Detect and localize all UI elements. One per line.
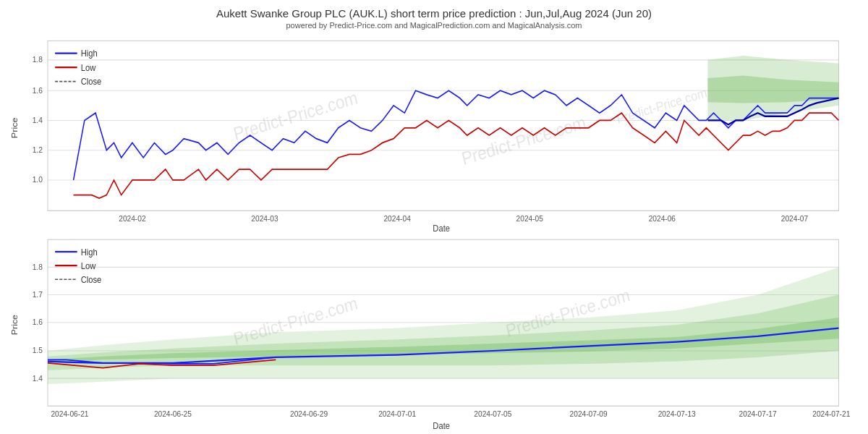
svg-text:2024-06: 2024-06 [649, 214, 676, 224]
legend2-low: Low [81, 260, 96, 271]
charts-area: 1.0 1.2 1.4 1.6 1.8 2024-02 2024-03 2024… [7, 33, 861, 430]
svg-text:Price: Price [10, 117, 20, 138]
svg-text:1.7: 1.7 [33, 289, 43, 299]
svg-text:1.6: 1.6 [33, 318, 43, 327]
bottom-chart-svg: 1.4 1.5 1.6 1.7 1.8 2024-06-21 2024-06-2… [7, 231, 861, 430]
svg-text:2024-07-05: 2024-07-05 [474, 409, 511, 418]
svg-text:2024-04: 2024-04 [383, 214, 410, 224]
subtitle: powered by Predict-Price.com and Magical… [7, 21, 861, 30]
svg-text:1.0: 1.0 [33, 175, 43, 184]
svg-text:Date: Date [433, 420, 450, 430]
legend2-close: Close [81, 274, 102, 284]
svg-text:Price: Price [10, 315, 19, 336]
bottom-chart: 1.4 1.5 1.6 1.7 1.8 2024-06-21 2024-06-2… [7, 231, 861, 430]
svg-text:2024-06-21: 2024-06-21 [51, 409, 88, 418]
legend-low: Low [81, 62, 96, 73]
svg-text:1.5: 1.5 [33, 346, 43, 355]
svg-text:1.4: 1.4 [33, 115, 43, 124]
legend-close: Close [81, 77, 102, 88]
svg-text:2024-07: 2024-07 [781, 214, 808, 224]
top-chart-svg: 1.0 1.2 1.4 1.6 1.8 2024-02 2024-03 2024… [7, 33, 861, 231]
svg-text:2024-07-01: 2024-07-01 [378, 409, 416, 418]
top-chart: 1.0 1.2 1.4 1.6 1.8 2024-02 2024-03 2024… [7, 33, 861, 231]
svg-text:2024-02: 2024-02 [119, 214, 145, 224]
svg-text:2024-05: 2024-05 [516, 214, 543, 224]
legend2-high: High [81, 247, 98, 257]
svg-text:2024-03: 2024-03 [251, 214, 278, 224]
svg-text:2024-06-29: 2024-06-29 [290, 409, 328, 418]
main-container: Aukett Swanke Group PLC (AUK.L) short te… [0, 0, 868, 434]
svg-text:2024-07-17: 2024-07-17 [739, 409, 777, 418]
svg-text:2024-07-21: 2024-07-21 [812, 409, 850, 418]
svg-text:Date: Date [433, 223, 450, 231]
svg-text:1.4: 1.4 [33, 373, 43, 383]
svg-text:2024-07-13: 2024-07-13 [658, 409, 696, 418]
main-title: Aukett Swanke Group PLC (AUK.L) short te… [7, 7, 861, 20]
legend-high: High [81, 48, 98, 59]
svg-text:1.8: 1.8 [33, 262, 43, 271]
svg-text:2024-06-25: 2024-06-25 [154, 409, 192, 418]
svg-text:1.8: 1.8 [33, 55, 43, 64]
svg-text:1.2: 1.2 [33, 145, 43, 155]
svg-text:2024-07-09: 2024-07-09 [570, 409, 608, 418]
svg-text:1.6: 1.6 [33, 85, 43, 95]
